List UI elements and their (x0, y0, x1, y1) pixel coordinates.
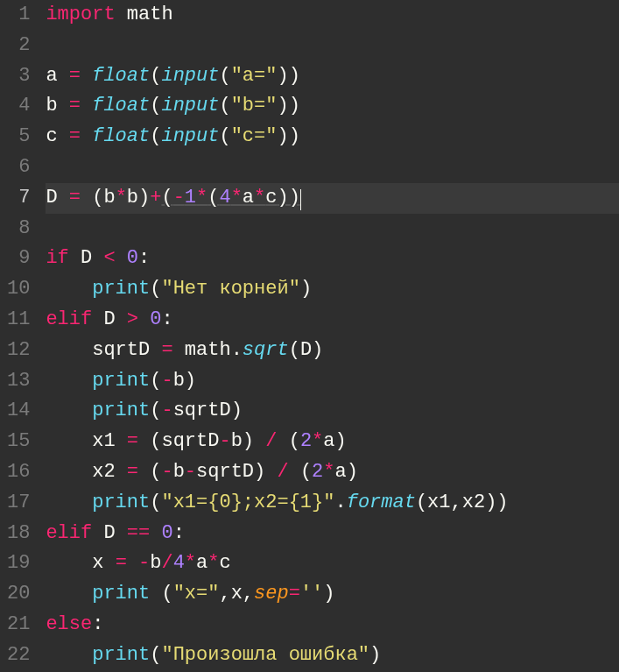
token-id: D (103, 522, 115, 544)
code-line[interactable]: b = float(input("b=")) (46, 91, 619, 122)
token-id: a (323, 430, 334, 452)
token-call: print (92, 400, 150, 421)
token-op: > (127, 308, 138, 330)
code-line[interactable]: sqrtD = math.sqrt(D) (46, 336, 619, 366)
token-id: b (46, 95, 57, 117)
token-punc: ) (312, 339, 323, 361)
line-number: 3 (7, 61, 30, 92)
code-line[interactable]: print("Нет корней") (46, 274, 619, 305)
code-line[interactable]: elif D > 0: (46, 305, 619, 336)
token-id: b (103, 187, 115, 209)
token-op: = (127, 461, 138, 483)
token-punc: ( (208, 187, 219, 209)
code-editor[interactable]: 12345678910111213141516171819202122 impo… (0, 0, 619, 672)
line-number: 18 (7, 519, 30, 549)
token-op: = (69, 95, 81, 117)
token-call: print (92, 278, 150, 300)
line-number: 19 (7, 548, 30, 579)
token-id: sqrtD (92, 339, 150, 361)
code-line[interactable]: elif D == 0: (46, 519, 619, 549)
line-number: 20 (7, 579, 30, 610)
line-number: 5 (7, 122, 30, 152)
token-punc: ( (150, 65, 161, 87)
token-punc: : (173, 522, 185, 544)
code-line[interactable]: print ("x=",x,sep='') (46, 579, 619, 610)
token-fn: float (92, 95, 150, 117)
token-op: * (323, 461, 334, 483)
token-kw: if (46, 247, 68, 269)
token-call: print (92, 492, 150, 513)
token-str: "Произошла ошибка" (161, 644, 369, 666)
code-line[interactable]: x = -b/4*a*c (46, 548, 619, 579)
token-id: x2 (462, 492, 485, 513)
token-punc: ( (161, 187, 172, 209)
token-op: - (185, 461, 196, 483)
token-punc: ( (92, 187, 103, 209)
token-op: * (231, 187, 243, 209)
token-id: b (127, 187, 138, 209)
code-line[interactable] (46, 31, 619, 61)
token-op: * (254, 187, 265, 209)
token-punc: ) (138, 187, 150, 209)
token-str: "a=" (231, 65, 278, 87)
line-number-gutter: 12345678910111213141516171819202122 (0, 0, 42, 672)
token-op: + (150, 187, 161, 209)
token-punc: ( (300, 461, 312, 483)
token-id: c (219, 552, 230, 574)
token-id: b (150, 552, 161, 574)
code-line[interactable]: a = float(input("a=")) (46, 61, 619, 92)
line-number: 8 (7, 214, 30, 244)
line-number: 2 (7, 31, 30, 61)
token-kw: else (46, 613, 92, 635)
token-kw: elif (46, 308, 92, 330)
code-line[interactable]: if D < 0: (46, 244, 619, 274)
token-op: = (69, 65, 81, 87)
token-fn: sqrt (243, 339, 289, 361)
token-op: / (265, 430, 277, 452)
token-op: < (103, 247, 115, 269)
token-op: == (127, 522, 150, 544)
token-punc: ) (369, 644, 381, 666)
token-punc: ) (334, 430, 346, 452)
token-punc: . (231, 339, 243, 361)
token-punc: ( (150, 492, 161, 513)
token-punc: ( (150, 430, 161, 452)
code-line[interactable]: print(-b) (46, 366, 619, 397)
token-op: * (208, 552, 219, 574)
code-line[interactable]: print("Произошла ошибка") (46, 640, 619, 671)
code-line[interactable]: print(-sqrtD) (46, 396, 619, 427)
code-line[interactable]: print("x1={0};x2={1}".format(x1,x2)) (46, 488, 619, 519)
token-id: a (243, 187, 254, 209)
code-area[interactable]: import math a = float(input("a="))b = fl… (42, 0, 619, 672)
token-op: / (161, 552, 172, 574)
token-id: D (300, 339, 312, 361)
token-str: '' (300, 583, 323, 605)
code-line[interactable]: c = float(input("c=")) (46, 122, 619, 152)
token-id: x (231, 583, 243, 605)
token-op: = (69, 187, 81, 209)
token-punc: )) (277, 187, 299, 209)
token-op: * (116, 187, 127, 209)
token-id: b (173, 461, 185, 483)
token-id: math (185, 339, 231, 361)
token-op: = (69, 125, 81, 147)
code-line[interactable] (46, 152, 619, 183)
token-id: x1 (427, 492, 450, 513)
code-line[interactable]: D = (b*b)+(-1*(4*a*c)) (46, 183, 619, 214)
token-op: * (312, 430, 323, 452)
token-op: / (277, 461, 288, 483)
code-line[interactable]: else: (46, 610, 619, 640)
token-punc: , (243, 583, 254, 605)
code-line[interactable] (46, 214, 619, 244)
token-fn: input (161, 95, 219, 117)
code-line[interactable]: x1 = (sqrtD-b) / (2*a) (46, 427, 619, 457)
token-id: a (46, 65, 57, 87)
token-op: = (116, 552, 127, 574)
token-num: 2 (312, 461, 323, 483)
code-line[interactable]: x2 = (-b-sqrtD) / (2*a) (46, 457, 619, 488)
token-punc: , (219, 583, 230, 605)
token-fn: input (161, 125, 219, 147)
token-fn: input (161, 65, 219, 87)
code-line[interactable]: import math (46, 0, 619, 31)
token-id: D (103, 308, 115, 330)
